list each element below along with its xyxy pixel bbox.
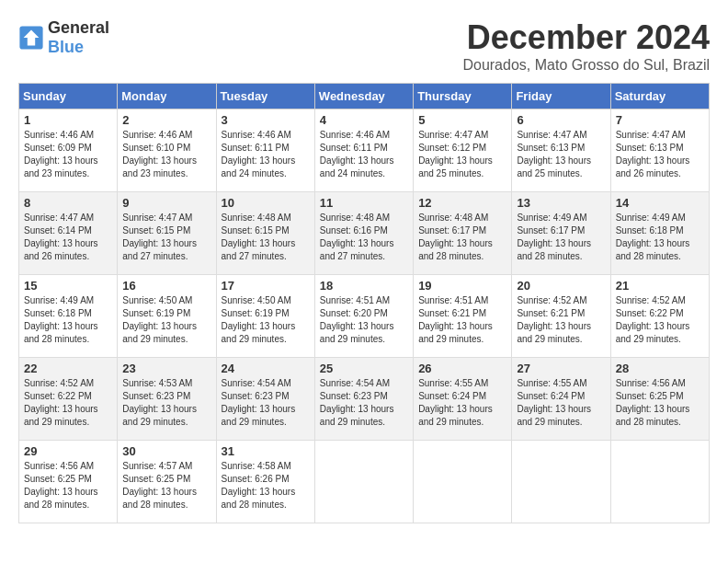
calendar-cell: 14Sunrise: 4:49 AMSunset: 6:18 PMDayligh… <box>610 192 709 275</box>
day-info: Sunrise: 4:51 AMSunset: 6:21 PMDaylight:… <box>418 295 493 344</box>
calendar-cell: 11Sunrise: 4:48 AMSunset: 6:16 PMDayligh… <box>314 192 413 275</box>
day-info: Sunrise: 4:48 AMSunset: 6:15 PMDaylight:… <box>222 213 296 261</box>
header-thursday: Thursday <box>414 84 512 109</box>
day-info: Sunrise: 4:47 AMSunset: 6:12 PMDaylight:… <box>418 130 493 178</box>
day-number: 29 <box>24 444 112 458</box>
calendar-cell: 3Sunrise: 4:46 AMSunset: 6:11 PMDaylight… <box>216 109 314 192</box>
day-number: 31 <box>222 444 310 458</box>
day-info: Sunrise: 4:47 AMSunset: 6:15 PMDaylight:… <box>122 213 197 261</box>
day-info: Sunrise: 4:57 AMSunset: 6:25 PMDaylight:… <box>122 461 197 510</box>
day-info: Sunrise: 4:46 AMSunset: 6:10 PMDaylight:… <box>122 130 197 178</box>
day-info: Sunrise: 4:54 AMSunset: 6:23 PMDaylight:… <box>320 378 394 427</box>
calendar-cell: 24Sunrise: 4:54 AMSunset: 6:23 PMDayligh… <box>216 358 314 441</box>
day-info: Sunrise: 4:56 AMSunset: 6:25 PMDaylight:… <box>616 378 690 427</box>
calendar-cell: 8Sunrise: 4:47 AMSunset: 6:14 PMDaylight… <box>19 192 118 275</box>
day-number: 8 <box>24 196 112 210</box>
header-sunday: Sunday <box>19 84 118 109</box>
calendar-cell: 18Sunrise: 4:51 AMSunset: 6:20 PMDayligh… <box>314 275 413 358</box>
day-info: Sunrise: 4:46 AMSunset: 6:11 PMDaylight:… <box>222 130 296 178</box>
calendar-cell: 1Sunrise: 4:46 AMSunset: 6:09 PMDaylight… <box>19 109 118 192</box>
calendar-cell: 4Sunrise: 4:46 AMSunset: 6:11 PMDaylight… <box>314 109 413 192</box>
day-number: 3 <box>222 113 310 127</box>
calendar-cell: 10Sunrise: 4:48 AMSunset: 6:15 PMDayligh… <box>216 192 314 275</box>
calendar-cell <box>314 441 413 523</box>
day-number: 13 <box>517 196 605 210</box>
day-number: 19 <box>418 279 506 293</box>
calendar-cell <box>512 441 610 523</box>
calendar-cell <box>414 441 512 523</box>
day-info: Sunrise: 4:56 AMSunset: 6:25 PMDaylight:… <box>24 461 98 510</box>
day-number: 2 <box>122 113 210 127</box>
day-number: 5 <box>418 113 506 127</box>
day-info: Sunrise: 4:48 AMSunset: 6:16 PMDaylight:… <box>320 213 394 261</box>
calendar-cell: 13Sunrise: 4:49 AMSunset: 6:17 PMDayligh… <box>512 192 610 275</box>
day-info: Sunrise: 4:55 AMSunset: 6:24 PMDaylight:… <box>517 378 591 427</box>
week-row-5: 29Sunrise: 4:56 AMSunset: 6:25 PMDayligh… <box>19 441 710 523</box>
calendar-cell: 5Sunrise: 4:47 AMSunset: 6:12 PMDaylight… <box>414 109 512 192</box>
logo-text: General Blue <box>48 18 109 57</box>
day-info: Sunrise: 4:46 AMSunset: 6:11 PMDaylight:… <box>320 130 394 178</box>
day-number: 4 <box>320 113 408 127</box>
calendar-cell: 6Sunrise: 4:47 AMSunset: 6:13 PMDaylight… <box>512 109 610 192</box>
logo-general: General <box>48 18 109 37</box>
day-info: Sunrise: 4:47 AMSunset: 6:13 PMDaylight:… <box>517 130 591 178</box>
day-info: Sunrise: 4:52 AMSunset: 6:22 PMDaylight:… <box>616 295 690 344</box>
day-number: 21 <box>616 279 704 293</box>
day-info: Sunrise: 4:50 AMSunset: 6:19 PMDaylight:… <box>222 295 296 344</box>
calendar-header-row: SundayMondayTuesdayWednesdayThursdayFrid… <box>19 84 710 109</box>
day-number: 10 <box>222 196 310 210</box>
day-number: 1 <box>24 113 112 127</box>
calendar-cell: 16Sunrise: 4:50 AMSunset: 6:19 PMDayligh… <box>118 275 216 358</box>
day-info: Sunrise: 4:48 AMSunset: 6:17 PMDaylight:… <box>418 213 493 261</box>
logo: General Blue <box>18 18 109 57</box>
calendar-cell: 2Sunrise: 4:46 AMSunset: 6:10 PMDaylight… <box>118 109 216 192</box>
calendar-cell: 26Sunrise: 4:55 AMSunset: 6:24 PMDayligh… <box>414 358 512 441</box>
day-number: 20 <box>517 279 605 293</box>
day-info: Sunrise: 4:55 AMSunset: 6:24 PMDaylight:… <box>418 378 493 427</box>
day-info: Sunrise: 4:54 AMSunset: 6:23 PMDaylight:… <box>222 378 296 427</box>
header-friday: Friday <box>512 84 610 109</box>
day-info: Sunrise: 4:46 AMSunset: 6:09 PMDaylight:… <box>24 130 98 178</box>
page-header: General Blue December 2024 Dourados, Mat… <box>18 18 710 74</box>
day-number: 15 <box>24 279 112 293</box>
day-number: 30 <box>122 444 210 458</box>
day-number: 14 <box>616 196 704 210</box>
day-number: 16 <box>122 279 210 293</box>
day-number: 12 <box>418 196 506 210</box>
calendar-cell: 30Sunrise: 4:57 AMSunset: 6:25 PMDayligh… <box>118 441 216 523</box>
header-saturday: Saturday <box>610 84 709 109</box>
week-row-2: 8Sunrise: 4:47 AMSunset: 6:14 PMDaylight… <box>19 192 710 275</box>
day-number: 26 <box>418 362 506 375</box>
day-info: Sunrise: 4:47 AMSunset: 6:14 PMDaylight:… <box>24 213 98 261</box>
calendar-cell: 31Sunrise: 4:58 AMSunset: 6:26 PMDayligh… <box>216 441 314 523</box>
day-number: 11 <box>320 196 408 210</box>
logo-icon <box>18 25 44 51</box>
week-row-3: 15Sunrise: 4:49 AMSunset: 6:18 PMDayligh… <box>19 275 710 358</box>
day-number: 25 <box>320 362 408 375</box>
calendar-cell: 27Sunrise: 4:55 AMSunset: 6:24 PMDayligh… <box>512 358 610 441</box>
day-number: 22 <box>24 362 112 375</box>
day-number: 7 <box>616 113 704 127</box>
header-monday: Monday <box>118 84 216 109</box>
header-tuesday: Tuesday <box>216 84 314 109</box>
calendar-cell: 22Sunrise: 4:52 AMSunset: 6:22 PMDayligh… <box>19 358 118 441</box>
week-row-4: 22Sunrise: 4:52 AMSunset: 6:22 PMDayligh… <box>19 358 710 441</box>
day-number: 23 <box>122 362 210 375</box>
day-info: Sunrise: 4:52 AMSunset: 6:22 PMDaylight:… <box>24 378 98 427</box>
day-number: 28 <box>616 362 704 375</box>
day-info: Sunrise: 4:58 AMSunset: 6:26 PMDaylight:… <box>222 461 296 510</box>
calendar-cell: 19Sunrise: 4:51 AMSunset: 6:21 PMDayligh… <box>414 275 512 358</box>
calendar-cell: 21Sunrise: 4:52 AMSunset: 6:22 PMDayligh… <box>610 275 709 358</box>
location-title: Dourados, Mato Grosso do Sul, Brazil <box>462 57 710 74</box>
day-info: Sunrise: 4:52 AMSunset: 6:21 PMDaylight:… <box>517 295 591 344</box>
day-number: 27 <box>517 362 605 375</box>
calendar-cell: 15Sunrise: 4:49 AMSunset: 6:18 PMDayligh… <box>19 275 118 358</box>
calendar-cell: 7Sunrise: 4:47 AMSunset: 6:13 PMDaylight… <box>610 109 709 192</box>
calendar-cell: 25Sunrise: 4:54 AMSunset: 6:23 PMDayligh… <box>314 358 413 441</box>
calendar-table: SundayMondayTuesdayWednesdayThursdayFrid… <box>18 83 710 523</box>
calendar-cell: 20Sunrise: 4:52 AMSunset: 6:21 PMDayligh… <box>512 275 610 358</box>
calendar-cell: 9Sunrise: 4:47 AMSunset: 6:15 PMDaylight… <box>118 192 216 275</box>
day-info: Sunrise: 4:53 AMSunset: 6:23 PMDaylight:… <box>122 378 197 427</box>
month-title: December 2024 <box>462 18 710 57</box>
day-info: Sunrise: 4:49 AMSunset: 6:18 PMDaylight:… <box>24 295 98 344</box>
